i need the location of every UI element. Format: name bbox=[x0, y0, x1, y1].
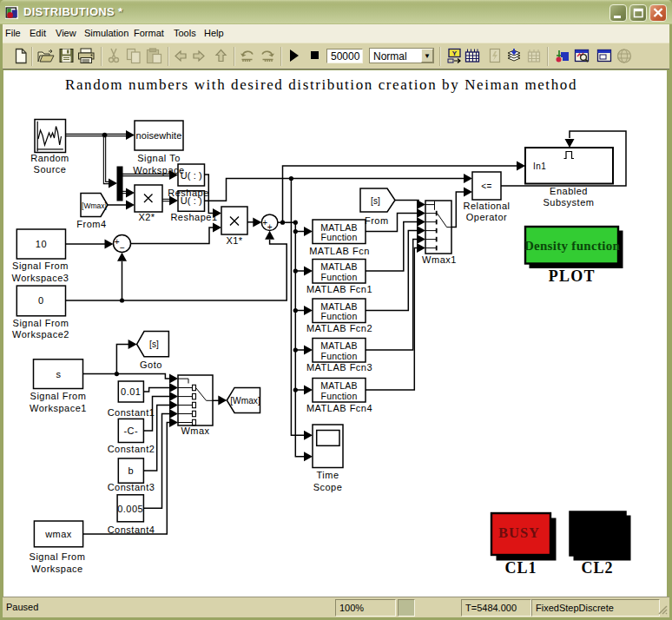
svg-text:Function: Function bbox=[321, 391, 358, 401]
svg-text:−: − bbox=[120, 243, 125, 253]
svg-text:Signal From: Signal From bbox=[13, 318, 69, 328]
svg-text:MATLAB: MATLAB bbox=[320, 222, 357, 233]
svg-text:[s]: [s] bbox=[149, 340, 159, 349]
svg-text:MATLAB: MATLAB bbox=[320, 261, 357, 272]
svg-text:Constant2: Constant2 bbox=[108, 444, 155, 454]
svg-text:Relational: Relational bbox=[464, 201, 511, 211]
svg-text:Operator: Operator bbox=[466, 212, 507, 222]
svg-text:Random: Random bbox=[30, 153, 69, 163]
svg-text:[Wmax]: [Wmax] bbox=[82, 201, 107, 210]
svg-text:In1: In1 bbox=[533, 162, 546, 171]
svg-text:s: s bbox=[56, 369, 62, 379]
svg-text:Source: Source bbox=[34, 164, 67, 175]
svg-text:Workspace1: Workspace1 bbox=[30, 403, 87, 413]
svg-text:Enabled: Enabled bbox=[550, 186, 588, 196]
svg-text:CL2: CL2 bbox=[581, 559, 613, 577]
svg-text:Scope: Scope bbox=[313, 482, 343, 492]
svg-text:-C-: -C- bbox=[123, 425, 138, 436]
svg-text:Workspace2: Workspace2 bbox=[12, 329, 69, 340]
svg-text:MATLAB Fcn1: MATLAB Fcn1 bbox=[306, 284, 372, 294]
svg-text:[s]: [s] bbox=[371, 196, 380, 206]
svg-text:Constant3: Constant3 bbox=[108, 482, 155, 492]
svg-text:PLOT: PLOT bbox=[549, 267, 596, 285]
svg-text:MATLAB Fcn: MATLAB Fcn bbox=[309, 246, 370, 256]
svg-text:Wmax1: Wmax1 bbox=[422, 254, 457, 265]
svg-text:Y: Y bbox=[452, 49, 458, 57]
svg-text:wmax: wmax bbox=[44, 529, 72, 539]
svg-text:MATLAB: MATLAB bbox=[320, 380, 357, 391]
svg-text:CL1: CL1 bbox=[504, 559, 537, 577]
svg-text:Function: Function bbox=[321, 351, 358, 361]
svg-text:0.01: 0.01 bbox=[121, 386, 141, 397]
svg-text:Workspace3: Workspace3 bbox=[12, 273, 69, 283]
svg-text:+: + bbox=[267, 222, 273, 232]
svg-text:<=: <= bbox=[481, 181, 492, 191]
svg-text:Function: Function bbox=[321, 232, 358, 242]
svg-text:Goto: Goto bbox=[140, 359, 162, 370]
svg-text:Time: Time bbox=[316, 470, 339, 480]
svg-text:Subsystem: Subsystem bbox=[544, 197, 595, 208]
svg-text:Wmax: Wmax bbox=[181, 425, 209, 436]
svg-text:Workspace: Workspace bbox=[133, 165, 184, 175]
svg-text:Density function: Density function bbox=[524, 239, 621, 253]
svg-text:Workspace: Workspace bbox=[31, 564, 82, 574]
svg-text:Reshape1: Reshape1 bbox=[170, 212, 217, 222]
svg-text:10: 10 bbox=[36, 239, 47, 249]
svg-text:Constant1: Constant1 bbox=[108, 407, 155, 418]
svg-text:noisewhite: noisewhite bbox=[136, 130, 182, 141]
svg-text:Reshape: Reshape bbox=[168, 188, 209, 198]
svg-text:MATLAB Fcn3: MATLAB Fcn3 bbox=[306, 362, 372, 373]
svg-text:Signal From: Signal From bbox=[12, 261, 69, 271]
svg-text:Signal From: Signal From bbox=[30, 391, 87, 401]
svg-text:b: b bbox=[128, 465, 134, 476]
svg-text:[Wmax]: [Wmax] bbox=[230, 396, 260, 406]
svg-text:From: From bbox=[365, 215, 389, 226]
svg-text:Function: Function bbox=[321, 272, 358, 282]
svg-text:X2*: X2* bbox=[138, 212, 155, 222]
svg-text:0: 0 bbox=[38, 295, 44, 306]
svg-text:X1*: X1* bbox=[226, 235, 242, 246]
svg-text:MATLAB: MATLAB bbox=[320, 340, 357, 351]
svg-text:MATLAB Fcn4: MATLAB Fcn4 bbox=[306, 403, 372, 413]
svg-text:Signal To: Signal To bbox=[137, 153, 181, 163]
svg-text:BUSY: BUSY bbox=[498, 524, 540, 541]
svg-text:0.005: 0.005 bbox=[117, 504, 143, 514]
svg-text:MATLAB: MATLAB bbox=[320, 301, 357, 312]
svg-text:MATLAB Fcn2: MATLAB Fcn2 bbox=[306, 323, 372, 333]
svg-text:Signal From: Signal From bbox=[30, 551, 86, 562]
svg-text:From4: From4 bbox=[76, 219, 106, 229]
svg-text:Constant4: Constant4 bbox=[108, 524, 155, 535]
svg-text:Function: Function bbox=[321, 311, 358, 321]
